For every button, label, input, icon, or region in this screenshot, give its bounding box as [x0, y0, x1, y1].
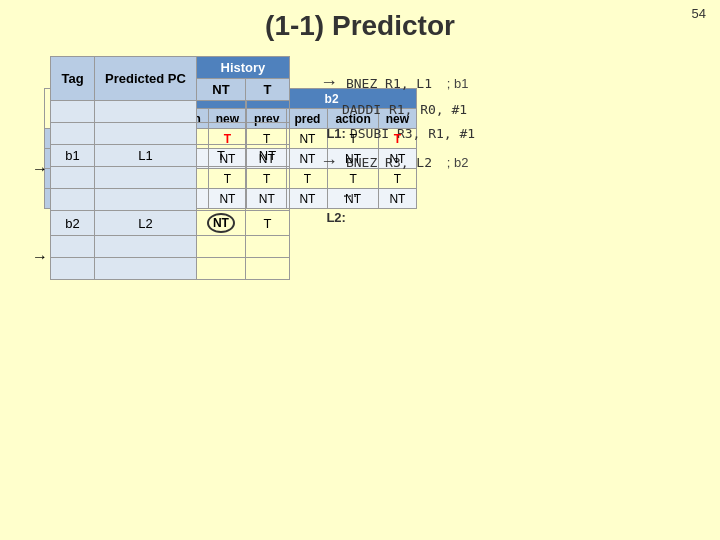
b2-t: T [245, 211, 289, 236]
b2-arrow-icon: → [320, 145, 338, 177]
tag-header: Tag [51, 57, 95, 101]
b2-nt: NT [196, 211, 245, 236]
b1-t: NT [245, 145, 289, 167]
b2-comment: ; b2 [436, 151, 469, 174]
code-ellipsis: … [342, 178, 475, 207]
b1-tag: b1 [51, 145, 95, 167]
table-row [51, 258, 290, 280]
table-row-b2: b2 L2 NT T [51, 211, 290, 236]
table-row [51, 236, 290, 258]
predicted-pc-header: Predicted PC [95, 57, 197, 101]
table-row-b1: b1 L1 T NT [51, 145, 290, 167]
table-row [51, 101, 290, 123]
page-title: (1-1) Predictor [0, 10, 720, 42]
history-header: History [196, 57, 289, 79]
predictor-table-section: Tag Predicted PC History NT T [28, 56, 290, 280]
b1-comment: ; b1 [436, 72, 469, 95]
nt-header: NT [196, 79, 245, 101]
predictor-table: Tag Predicted PC History NT T [50, 56, 290, 280]
table-row [51, 123, 290, 145]
page-number: 54 [692, 6, 706, 21]
table-row [51, 167, 290, 189]
b2-predicted-pc: L2 [95, 211, 197, 236]
b2-tag: b2 [51, 211, 95, 236]
code-bnez-b1: BNEZ R1, L1 [346, 72, 432, 95]
code-l2: L2: [320, 206, 475, 229]
b1-predicted-pc: L1 [95, 145, 197, 167]
table-row [51, 189, 290, 211]
t-header: T [245, 79, 289, 101]
b1-nt: T [196, 145, 245, 167]
